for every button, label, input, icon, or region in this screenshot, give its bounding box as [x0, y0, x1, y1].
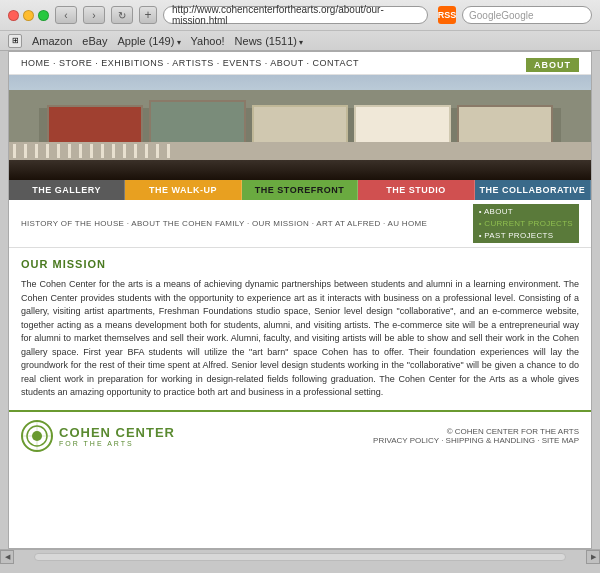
footer: COHEN CENTER FOR THE ARTS © COHEN CENTER… [9, 410, 591, 460]
bookmark-yahoo[interactable]: Yahoo! [191, 35, 225, 47]
browser-bottom-bar: ◀ ▶ [0, 549, 600, 563]
window-5 [457, 105, 553, 145]
search-placeholder: Google [469, 10, 501, 21]
scroll-right-button[interactable]: ▶ [586, 550, 600, 564]
horizontal-scrollbar[interactable] [34, 553, 566, 561]
tab-collaborative[interactable]: THE COLLABORATIVE [475, 180, 591, 200]
logo-icon [21, 420, 53, 452]
tab-walkup[interactable]: THE WALK-UP [125, 180, 241, 200]
tab-studio[interactable]: THE STUDIO [358, 180, 474, 200]
minimize-button[interactable] [23, 10, 34, 21]
address-text: http://www.cohencenterforthearts.org/abo… [172, 4, 419, 26]
footer-link-privacy[interactable]: PRIVACY POLICY [373, 436, 439, 445]
back-button[interactable]: ‹ [55, 6, 77, 24]
logo-text: COHEN CENTER FOR THE ARTS [59, 425, 175, 447]
post [156, 144, 159, 158]
sub-nav-right: • ABOUT • CURRENT PROJECTS • PAST PROJEC… [473, 204, 579, 243]
post [46, 144, 49, 158]
maximize-button[interactable] [38, 10, 49, 21]
main-content: OUR MISSION The Cohen Center for the art… [9, 248, 591, 410]
rss-icon: RSS [438, 6, 456, 24]
footer-links: © COHEN CENTER FOR THE ARTS PRIVACY POLI… [373, 427, 579, 445]
bookmark-news[interactable]: News (1511) [235, 35, 304, 47]
tab-gallery[interactable]: THE GALLERY [9, 180, 125, 200]
logo-area: COHEN CENTER FOR THE ARTS [21, 420, 175, 452]
post [90, 144, 93, 158]
tab-storefront[interactable]: THE STOREFRONT [242, 180, 358, 200]
add-tab-button[interactable]: + [139, 6, 157, 24]
body-text: The Cohen Center for the arts is a means… [21, 278, 579, 400]
post [123, 144, 126, 158]
bookmarks-bar: ⊞ Amazon eBay Apple (149) Yahoo! News (1… [0, 30, 600, 50]
titlebar: ‹ › ↻ + http://www.cohencenterforthearts… [0, 0, 600, 30]
sub-navigation: HISTORY OF THE HOUSE · ABOUT THE COHEN F… [9, 200, 591, 248]
nav-items[interactable]: HOME · STORE · EXHIBITIONS · ARTISTS · E… [21, 58, 359, 68]
logo-sub: FOR THE ARTS [59, 440, 175, 447]
site-navigation: ABOUT HOME · STORE · EXHIBITIONS · ARTIS… [9, 52, 591, 75]
ground [9, 160, 591, 180]
post [101, 144, 104, 158]
porch-rail [9, 142, 591, 160]
sub-link-past[interactable]: • PAST PROJECTS [479, 230, 573, 241]
sub-link-about[interactable]: • ABOUT [479, 206, 573, 217]
post [68, 144, 71, 158]
post [57, 144, 60, 158]
window-3 [252, 105, 348, 145]
sub-link-current[interactable]: • CURRENT PROJECTS [479, 218, 573, 229]
window-1 [47, 105, 143, 145]
scroll-left-button[interactable]: ◀ [0, 550, 14, 564]
section-title: OUR MISSION [21, 258, 579, 270]
bookmark-apple[interactable]: Apple (149) [117, 35, 180, 47]
post [13, 144, 16, 158]
close-button[interactable] [8, 10, 19, 21]
tabs-row: THE GALLERY THE WALK-UP THE STOREFRONT T… [9, 180, 591, 200]
logo-name: COHEN CENTER [59, 425, 175, 440]
post [24, 144, 27, 158]
website-frame: ABOUT HOME · STORE · EXHIBITIONS · ARTIS… [8, 51, 592, 549]
bookmark-amazon[interactable]: Amazon [32, 35, 72, 47]
post [134, 144, 137, 158]
bookmark-ebay[interactable]: eBay [82, 35, 107, 47]
footer-link-sitemap[interactable]: SITE MAP [542, 436, 579, 445]
building-facade [39, 108, 561, 142]
forward-button[interactable]: › [83, 6, 105, 24]
search-input[interactable]: GoogleGoogle [462, 6, 592, 24]
browser-chrome: ‹ › ↻ + http://www.cohencenterforthearts… [0, 0, 600, 51]
sub-nav-items[interactable]: HISTORY OF THE HOUSE · ABOUT THE COHEN F… [21, 219, 427, 228]
hero-image [9, 75, 591, 180]
footer-copyright: © COHEN CENTER FOR THE ARTS [447, 427, 579, 436]
address-bar[interactable]: http://www.cohencenterforthearts.org/abo… [163, 6, 428, 24]
post [167, 144, 170, 158]
window-4 [354, 105, 450, 145]
post [145, 144, 148, 158]
footer-link-shipping[interactable]: SHIPPING & HANDLING [446, 436, 535, 445]
post [35, 144, 38, 158]
building-simulation [9, 75, 591, 180]
post [79, 144, 82, 158]
about-label: ABOUT [526, 58, 579, 72]
search-label: Google [501, 10, 533, 21]
traffic-lights [8, 10, 49, 21]
refresh-button[interactable]: ↻ [111, 6, 133, 24]
post [112, 144, 115, 158]
bookmark-icon: ⊞ [8, 34, 22, 48]
